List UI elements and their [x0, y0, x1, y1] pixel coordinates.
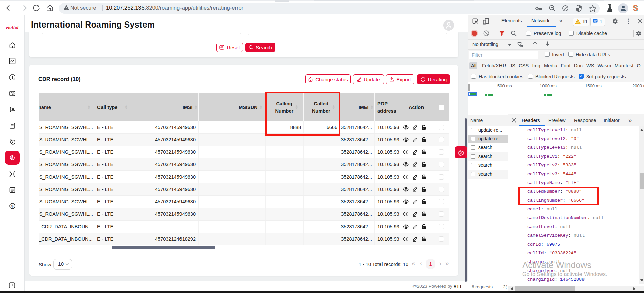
svg-text:$: $ [11, 204, 13, 208]
svg-text:$: $ [11, 156, 13, 160]
